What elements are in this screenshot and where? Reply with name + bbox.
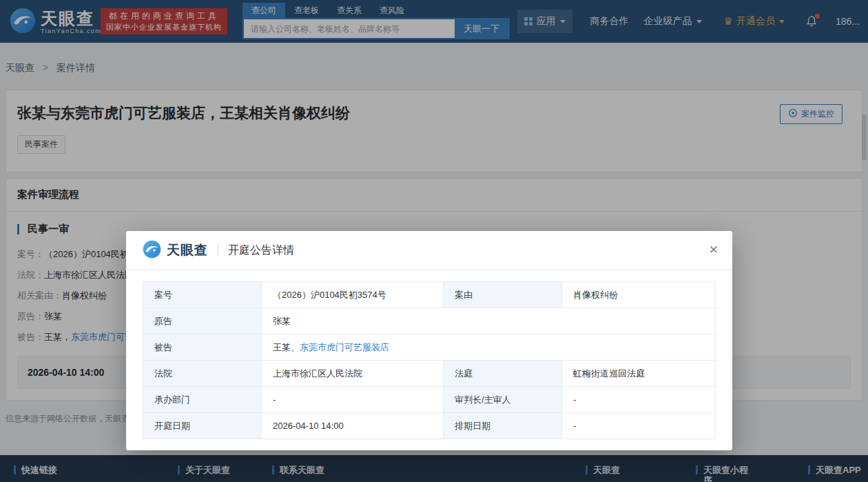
defendant-person: 王某、 — [273, 342, 300, 352]
whale-logo-icon — [143, 240, 161, 261]
cell-judge-value: - — [562, 387, 716, 413]
modal-body: 案号 （2026）沪0104民初3574号 案由 肖像权纠纷 原告 张某 被告 … — [126, 270, 732, 450]
cell-court-label: 法院 — [143, 361, 262, 387]
cell-schedule-date-value: - — [562, 413, 716, 439]
hearing-detail-table: 案号 （2026）沪0104民初3574号 案由 肖像权纠纷 原告 张某 被告 … — [143, 281, 716, 439]
table-row: 被告 王某、东莞市虎门可艺服装店 — [143, 334, 716, 361]
cell-schedule-date-label: 排期日期 — [444, 413, 562, 439]
cell-judge-label: 审判长/主审人 — [444, 387, 562, 413]
cell-tribunal-label: 法庭 — [444, 361, 562, 387]
table-row: 开庭日期 2026-04-10 14:00 排期日期 - — [143, 413, 716, 439]
cell-department-label: 承办部门 — [143, 387, 262, 413]
cell-court-value: 上海市徐汇区人民法院 — [262, 361, 444, 387]
defendant-company-link[interactable]: 东莞市虎门可艺服装店 — [300, 342, 389, 352]
modal-title: 开庭公告详情 — [228, 243, 294, 258]
cell-case-no-label: 案号 — [143, 282, 262, 308]
modal-header-divider — [218, 244, 218, 257]
cell-plaintiff-label: 原告 — [143, 308, 262, 334]
cell-tribunal-value: 虹梅街道巡回法庭 — [562, 361, 716, 387]
modal-header: 天眼查 开庭公告详情 ✕ — [126, 231, 732, 270]
table-row: 法院 上海市徐汇区人民法院 法庭 虹梅街道巡回法庭 — [143, 361, 716, 387]
modal-logo-title: 天眼查 — [167, 241, 208, 259]
hearing-detail-modal: 天眼查 开庭公告详情 ✕ 案号 （2026）沪0104民初3574号 案由 肖像… — [126, 231, 732, 450]
table-row: 原告 张某 — [143, 308, 716, 334]
cell-cause-label: 案由 — [444, 282, 562, 308]
table-row: 承办部门 - 审判长/主审人 - — [143, 387, 716, 413]
cell-case-no-value: （2026）沪0104民初3574号 — [262, 282, 444, 308]
cell-hearing-date-value: 2026-04-10 14:00 — [262, 413, 444, 439]
cell-hearing-date-label: 开庭日期 — [143, 413, 262, 439]
cell-department-value: - — [262, 387, 444, 413]
cell-plaintiff-value: 张某 — [262, 308, 716, 334]
cell-defendant-value: 王某、东莞市虎门可艺服装店 — [262, 334, 716, 361]
cell-defendant-label: 被告 — [143, 334, 262, 361]
close-icon[interactable]: ✕ — [709, 243, 719, 257]
cell-cause-value: 肖像权纠纷 — [562, 282, 716, 308]
table-row: 案号 （2026）沪0104民初3574号 案由 肖像权纠纷 — [143, 282, 716, 308]
